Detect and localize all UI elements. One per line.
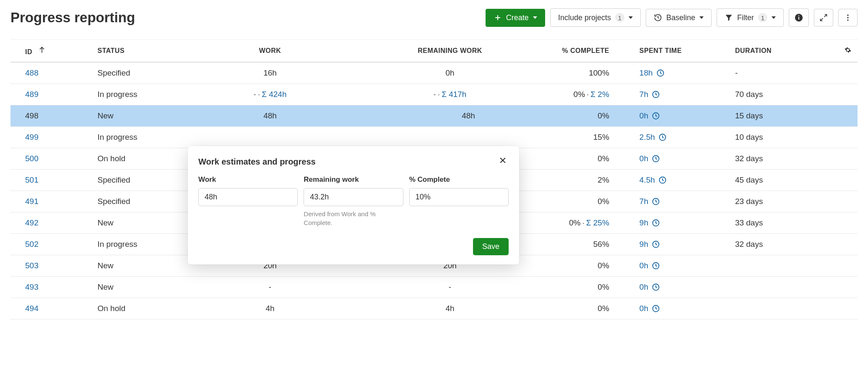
row-duration: 33 days xyxy=(730,212,839,234)
column-settings[interactable] xyxy=(839,40,858,63)
close-icon xyxy=(499,156,507,165)
table-row[interactable]: 489In progress-·Σ 424h-·Σ 417h0%·Σ 2%7h7… xyxy=(10,84,858,105)
clock-icon xyxy=(652,197,660,206)
row-status: New xyxy=(92,212,179,234)
row-complete[interactable]: 0% xyxy=(539,191,634,212)
row-remaining[interactable]: 48h xyxy=(361,105,539,127)
row-work[interactable]: 48h xyxy=(179,105,361,127)
row-remaining[interactable] xyxy=(361,127,539,148)
svg-rect-4 xyxy=(798,16,799,16)
column-header-id[interactable]: ID xyxy=(10,40,92,63)
row-status: In progress xyxy=(92,84,179,105)
row-spent-time[interactable]: 0h xyxy=(634,105,730,127)
row-spent-time[interactable]: 0h xyxy=(634,148,730,170)
row-spent-time[interactable]: 0h xyxy=(634,255,730,277)
more-menu-button[interactable] xyxy=(838,9,858,26)
row-spent-time[interactable]: 9h xyxy=(634,212,730,234)
row-spacer xyxy=(839,277,858,298)
column-header-complete[interactable]: % COMPLETE xyxy=(539,40,634,63)
row-work[interactable]: 16h xyxy=(179,62,361,84)
row-id[interactable]: 502 xyxy=(25,240,39,249)
column-header-duration[interactable]: DURATION xyxy=(730,40,839,63)
row-remaining[interactable]: -·Σ 417h xyxy=(361,84,539,105)
clock-icon xyxy=(652,90,660,99)
row-work[interactable] xyxy=(179,127,361,148)
complete-input[interactable] xyxy=(409,188,509,206)
row-spent-time[interactable]: 4.5h xyxy=(634,170,730,191)
row-duration: 23 days xyxy=(730,191,839,212)
row-complete[interactable]: 0% xyxy=(539,277,634,298)
row-spacer xyxy=(839,298,858,319)
row-spent-time[interactable]: 2.5h xyxy=(634,127,730,148)
baseline-button[interactable]: Baseline xyxy=(646,9,712,27)
row-remaining[interactable]: - xyxy=(361,277,539,298)
column-header-status[interactable]: STATUS xyxy=(92,40,179,63)
column-header-work[interactable]: WORK xyxy=(179,40,361,63)
row-complete[interactable]: 100% xyxy=(539,62,634,84)
row-spent-time[interactable]: 18h xyxy=(634,62,730,84)
row-id[interactable]: 501 xyxy=(25,175,39,184)
row-spacer xyxy=(839,62,858,84)
row-id[interactable]: 500 xyxy=(25,154,39,163)
filter-icon xyxy=(725,13,733,22)
row-spacer xyxy=(839,170,858,191)
row-remaining[interactable]: 4h xyxy=(361,298,539,319)
row-complete[interactable]: 56% xyxy=(539,234,634,255)
create-label: Create xyxy=(506,13,529,22)
row-complete[interactable]: 0% xyxy=(539,255,634,277)
row-id[interactable]: 493 xyxy=(25,283,39,291)
row-id[interactable]: 499 xyxy=(25,133,39,141)
row-spent-time[interactable]: 0h xyxy=(634,298,730,319)
row-spent-time[interactable]: 0h xyxy=(634,277,730,298)
filter-label: Filter xyxy=(737,13,754,22)
table-row[interactable]: 493New--0%0h xyxy=(10,277,858,298)
fullscreen-button[interactable] xyxy=(814,9,833,26)
row-complete[interactable]: 0% xyxy=(539,298,634,319)
row-spent-time[interactable]: 7h xyxy=(634,84,730,105)
row-complete[interactable]: 0%·Σ 25% xyxy=(539,212,634,234)
remaining-input[interactable] xyxy=(304,188,403,206)
work-field: Work xyxy=(198,175,298,227)
row-complete[interactable]: 2% xyxy=(539,170,634,191)
row-work[interactable]: 4h xyxy=(179,298,361,319)
column-header-spent[interactable]: SPENT TIME xyxy=(634,40,730,63)
row-spent-time[interactable]: 9h xyxy=(634,234,730,255)
caret-down-icon xyxy=(629,16,633,19)
save-button[interactable]: Save xyxy=(473,238,509,255)
row-spacer xyxy=(839,84,858,105)
column-header-remaining[interactable]: REMAINING WORK xyxy=(361,40,539,63)
row-work[interactable]: -·Σ 424h xyxy=(179,84,361,105)
row-complete[interactable]: 0% xyxy=(539,105,634,127)
row-spent-time[interactable]: 7h xyxy=(634,191,730,212)
remaining-hint: Derived from Work and % Complete. xyxy=(304,209,403,227)
row-id[interactable]: 492 xyxy=(25,218,39,227)
remaining-field: Remaining work Derived from Work and % C… xyxy=(304,175,403,227)
close-button[interactable] xyxy=(497,154,509,169)
row-complete[interactable]: 15% xyxy=(539,127,634,148)
row-work[interactable]: - xyxy=(179,277,361,298)
create-button[interactable]: Create xyxy=(486,9,545,27)
table-row[interactable]: 488Specified16h0h100%18h- xyxy=(10,62,858,84)
info-button[interactable] xyxy=(789,8,809,27)
row-duration: 70 days xyxy=(730,84,839,105)
caret-down-icon xyxy=(533,16,537,19)
row-id[interactable]: 489 xyxy=(25,90,39,99)
row-id[interactable]: 491 xyxy=(25,197,39,206)
row-id[interactable]: 488 xyxy=(25,68,39,77)
work-input[interactable] xyxy=(198,188,298,206)
include-projects-button[interactable]: Include projects 1 xyxy=(550,8,641,27)
row-id[interactable]: 494 xyxy=(25,304,39,313)
caret-down-icon xyxy=(772,16,776,19)
row-id[interactable]: 498 xyxy=(25,111,39,120)
row-complete[interactable]: 0% xyxy=(539,148,634,170)
row-id[interactable]: 503 xyxy=(25,261,39,270)
table-row[interactable]: 498New48h48h0%0h15 days xyxy=(10,105,858,127)
row-status: New xyxy=(92,277,179,298)
row-remaining[interactable]: 0h xyxy=(361,62,539,84)
row-complete[interactable]: 0%·Σ 2% xyxy=(539,84,634,105)
table-row[interactable]: 499In progress15%2.5h10 days xyxy=(10,127,858,148)
row-spacer xyxy=(839,127,858,148)
table-row[interactable]: 494On hold4h4h0%0h xyxy=(10,298,858,319)
filter-button[interactable]: Filter 1 xyxy=(717,8,784,27)
info-icon xyxy=(794,13,803,22)
